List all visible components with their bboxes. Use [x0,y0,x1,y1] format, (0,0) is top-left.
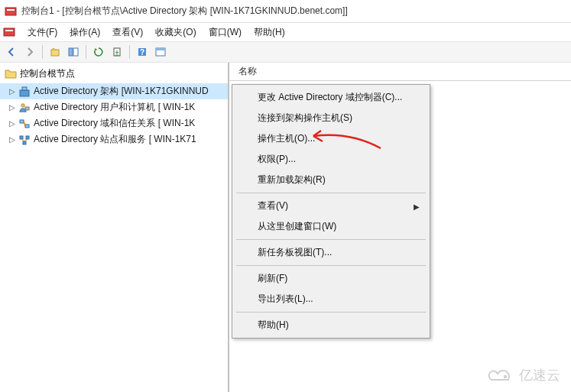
expand-icon[interactable]: ▷ [8,135,17,144]
expand-icon[interactable]: ▷ [8,119,17,128]
ctx-separator [236,265,426,266]
help-button[interactable]: ? [134,44,151,60]
svg-rect-12 [20,90,29,96]
svg-rect-18 [20,136,23,139]
watermark-logo-icon [487,368,514,383]
ctx-view-label: 查看(V) [258,200,288,211]
menu-file[interactable]: 文件(F) [21,24,63,41]
tree-node-label: Active Directory 站点和服务 [ WIN-1K71 [34,133,196,146]
svg-rect-17 [25,125,29,128]
tree-node-ad-sites[interactable]: ▷ Active Directory 站点和服务 [ WIN-1K71 [0,131,228,147]
tree-node-ad-schema[interactable]: ▷ Active Directory 架构 [WIN-1K71GKINNUD [0,83,228,99]
svg-rect-20 [23,141,26,144]
menu-favorites[interactable]: 收藏夹(O) [149,24,202,41]
export-button[interactable] [109,44,125,60]
menu-window[interactable]: 窗口(W) [203,24,248,41]
show-hide-tree-button[interactable] [65,44,82,60]
svg-rect-6 [73,48,78,56]
svg-point-21 [504,375,507,378]
svg-rect-1 [7,9,15,11]
toolbar: ? [0,41,571,63]
list-header: 名称 [229,63,571,81]
menu-help[interactable]: 帮助(H) [248,24,291,41]
svg-rect-0 [5,8,16,15]
ctx-new-window[interactable]: 从这里创建窗口(W) [235,216,427,237]
svg-point-14 [21,103,24,106]
ad-sites-icon [18,134,31,146]
ctx-separator [236,193,426,193]
ctx-permissions[interactable]: 权限(P)... [235,149,427,170]
svg-rect-11 [156,48,165,50]
submenu-arrow-icon: ▶ [414,202,420,210]
ctx-separator [236,239,426,240]
svg-rect-19 [26,136,29,139]
tree-node-label: Active Directory 域和信任关系 [ WIN-1K [34,117,195,130]
tree-root-node[interactable]: 控制台根节点 [0,64,228,83]
svg-rect-15 [25,107,29,110]
menu-view[interactable]: 查看(V) [106,24,149,41]
tree-node-ad-users[interactable]: ▷ Active Directory 用户和计算机 [ WIN-1K [0,99,228,115]
toolbar-separator [129,45,130,59]
ctx-new-taskpad[interactable]: 新任务板视图(T)... [235,242,427,263]
watermark: 亿速云 [487,366,560,384]
window-title: 控制台1 - [控制台根节点\Active Directory 架构 [WIN-… [21,5,348,18]
svg-rect-13 [22,87,27,90]
ctx-export-list[interactable]: 导出列表(L)... [235,289,427,309]
action-pane-button[interactable] [152,44,169,60]
toolbar-separator [86,45,86,59]
mmc-icon [3,26,15,38]
svg-rect-3 [5,30,13,31]
tree-node-ad-trusts[interactable]: ▷ Active Directory 域和信任关系 [ WIN-1K [0,115,228,131]
ctx-change-dc[interactable]: 更改 Active Directory 域控制器(C)... [235,87,427,108]
svg-rect-5 [69,48,73,56]
ctx-view[interactable]: 查看(V)▶ [235,196,427,216]
ctx-operations-master[interactable]: 操作主机(O)... [235,128,427,149]
menu-bar: 文件(F) 操作(A) 查看(V) 收藏夹(O) 窗口(W) 帮助(H) [0,23,571,41]
svg-rect-4 [51,50,59,56]
svg-text:?: ? [140,48,144,57]
expand-icon[interactable]: ▷ [8,103,17,112]
ad-schema-icon [18,86,31,98]
ad-trusts-icon [18,118,31,130]
watermark-text: 亿速云 [519,366,560,384]
ctx-connect-schema[interactable]: 连接到架构操作主机(S) [235,108,427,128]
refresh-button[interactable] [90,44,107,60]
app-icon [5,5,17,18]
tree-root-label: 控制台根节点 [20,67,75,80]
ctx-help[interactable]: 帮助(H) [235,315,427,335]
toolbar-separator [42,45,43,59]
svg-rect-16 [20,120,24,123]
ctx-reload-schema[interactable]: 重新加载架构(R) [235,170,427,190]
up-button[interactable] [47,44,63,60]
folder-icon [5,68,17,80]
forward-button[interactable] [21,44,38,60]
expand-icon[interactable]: ▷ [8,87,17,96]
svg-rect-2 [4,28,15,36]
ctx-refresh[interactable]: 刷新(F) [235,268,427,289]
column-name[interactable]: 名称 [229,63,266,81]
tree-node-label: Active Directory 用户和计算机 [ WIN-1K [34,101,195,114]
context-menu: 更改 Active Directory 域控制器(C)... 连接到架构操作主机… [232,84,430,339]
ctx-separator [236,312,426,313]
back-button[interactable] [3,44,20,60]
tree-node-label: Active Directory 架构 [WIN-1K71GKINNUD [34,85,209,98]
ad-users-icon [18,102,31,114]
title-bar: 控制台1 - [控制台根节点\Active Directory 架构 [WIN-… [0,0,571,23]
menu-action[interactable]: 操作(A) [63,24,106,41]
tree-pane: 控制台根节点 ▷ Active Directory 架构 [WIN-1K71GK… [0,63,229,392]
